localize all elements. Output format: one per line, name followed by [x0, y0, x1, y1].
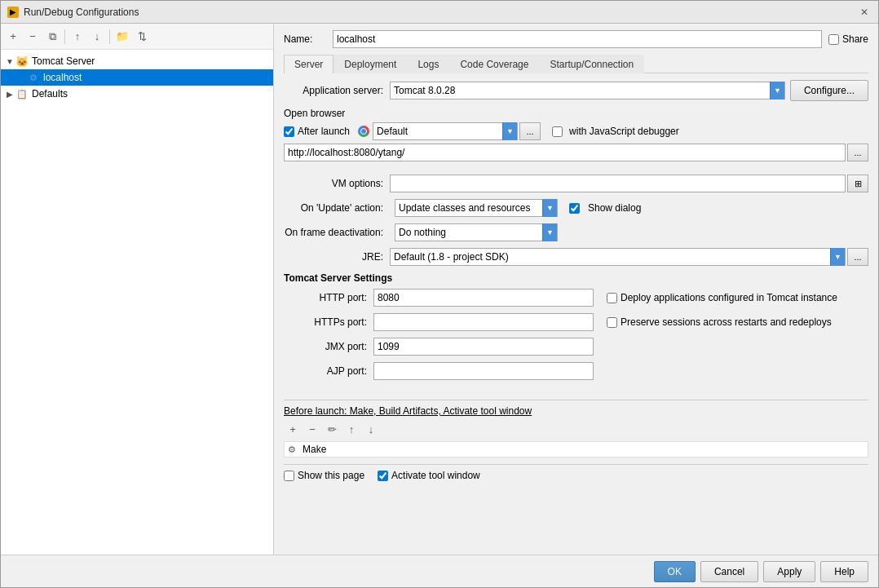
window-title: Run/Debug Configurations	[24, 7, 139, 18]
js-debugger-checkbox[interactable]	[552, 126, 563, 137]
http-port-input[interactable]	[373, 289, 594, 307]
tree-label-localhost: localhost	[43, 72, 82, 83]
browser-row: After launch ▼ ... with JavaScript debug…	[284, 122, 868, 140]
deploy-apps-checkbox[interactable]	[607, 293, 617, 303]
app-server-arrow[interactable]: ▼	[770, 82, 784, 99]
move-up-button[interactable]: ↑	[68, 28, 86, 46]
on-update-arrow[interactable]: ▼	[542, 199, 557, 217]
on-update-input[interactable]	[395, 199, 542, 217]
ajp-port-label: AJP port:	[284, 365, 373, 377]
activate-tool-item: Activate tool window	[378, 470, 480, 481]
ajp-port-row: AJP port:	[284, 362, 868, 380]
close-button[interactable]: ✕	[857, 5, 872, 20]
after-launch-checkbox[interactable]	[284, 126, 294, 137]
tab-server[interactable]: Server	[284, 55, 333, 73]
tree-label-tomcat: Tomcat Server	[32, 55, 95, 67]
browser-input[interactable]	[373, 122, 502, 140]
app-server-dropdown[interactable]: ▼	[390, 82, 785, 99]
tree-item-localhost[interactable]: ⚙ localhost	[1, 69, 273, 86]
jmx-port-label: JMX port:	[284, 341, 373, 352]
jmx-port-input[interactable]	[373, 338, 594, 356]
add-config-button[interactable]: +	[4, 28, 22, 46]
https-port-input[interactable]	[373, 313, 594, 331]
launch-add-btn[interactable]: +	[284, 420, 302, 438]
ok-button[interactable]: OK	[654, 561, 696, 582]
jre-dropdown[interactable]: ▼	[390, 248, 846, 266]
move-down-button[interactable]: ↓	[88, 28, 106, 46]
preserve-sessions-checkbox[interactable]	[607, 317, 617, 328]
name-row: Name: Share	[284, 30, 868, 48]
sort-button[interactable]: ⇅	[133, 28, 151, 46]
right-panel: Name: Share Server Deployment Logs Code …	[274, 24, 878, 555]
on-frame-dropdown[interactable]: ▼	[395, 223, 558, 241]
before-launch-title: Before launch: Make, Build Artifacts, Ac…	[284, 405, 868, 417]
jre-row: JRE: ▼ ...	[284, 248, 868, 266]
browser-dropdown[interactable]: ▼	[373, 122, 518, 140]
vm-options-label: VM options:	[284, 178, 390, 189]
config-icon: ⚙	[27, 71, 40, 84]
tab-code-coverage[interactable]: Code Coverage	[449, 55, 539, 73]
tomcat-settings-section: Tomcat Server Settings HTTP port: Deploy…	[284, 272, 868, 387]
tree-label-defaults: Defaults	[32, 88, 68, 99]
tab-deployment[interactable]: Deployment	[333, 55, 407, 73]
jre-input[interactable]	[391, 248, 830, 266]
on-frame-input[interactable]	[395, 223, 542, 241]
left-panel: + − ⧉ ↑ ↓ 📁 ⇅ ▼ 🐱 Tomcat Server ⚙	[1, 24, 274, 555]
tomcat-icon: 🐱	[15, 55, 29, 68]
launch-remove-btn[interactable]: −	[303, 420, 321, 438]
configure-button[interactable]: Configure...	[790, 80, 868, 101]
show-page-checkbox[interactable]	[284, 471, 294, 481]
show-dialog-checkbox[interactable]	[569, 203, 580, 214]
expand-icon-defaults[interactable]: ▶	[4, 88, 15, 99]
app-server-input[interactable]	[391, 82, 770, 99]
launch-up-btn[interactable]: ↑	[342, 420, 360, 438]
share-checkbox[interactable]	[828, 34, 839, 45]
folder-button[interactable]: 📁	[113, 28, 131, 46]
bottom-row: Show this page Activate tool window	[284, 464, 868, 481]
launch-down-btn[interactable]: ↓	[362, 420, 380, 438]
open-browser-section: Open browser After launch ▼ ... with Jav…	[284, 108, 868, 168]
share-label: Share	[842, 33, 868, 45]
http-port-label: HTTP port:	[284, 292, 373, 303]
jre-arrow[interactable]: ▼	[830, 248, 845, 266]
toolbar-separator-2	[109, 29, 110, 44]
vm-options-browse-btn[interactable]: ⊞	[847, 175, 868, 192]
open-browser-title: Open browser	[284, 108, 868, 119]
jre-browse-btn[interactable]: ...	[847, 248, 868, 266]
defaults-icon: 📋	[15, 87, 29, 100]
url-ellipsis-btn[interactable]: ...	[847, 144, 868, 161]
tab-logs[interactable]: Logs	[407, 55, 449, 73]
activate-tool-label: Activate tool window	[391, 470, 480, 481]
on-frame-arrow[interactable]: ▼	[542, 223, 557, 241]
activate-tool-checkbox[interactable]	[378, 471, 388, 481]
tree-item-tomcat[interactable]: ▼ 🐱 Tomcat Server	[1, 53, 273, 69]
tree-item-defaults[interactable]: ▶ 📋 Defaults	[1, 86, 273, 102]
help-button[interactable]: Help	[820, 561, 868, 582]
jre-label: JRE:	[284, 251, 390, 263]
after-launch-label: After launch	[298, 126, 350, 137]
chrome-icon	[358, 126, 369, 137]
tab-startup-connection[interactable]: Startup/Connection	[539, 55, 644, 73]
jmx-port-row: JMX port:	[284, 338, 868, 356]
tab-bar: Server Deployment Logs Code Coverage Sta…	[284, 55, 868, 73]
https-port-label: HTTPs port:	[284, 316, 373, 328]
apply-button[interactable]: Apply	[763, 561, 815, 582]
bottom-checkboxes: Show this page Activate tool window	[284, 470, 868, 481]
browser-ellipsis-btn[interactable]: ...	[519, 122, 541, 140]
expand-icon[interactable]: ▼	[4, 55, 15, 67]
toolbar-separator-1	[64, 29, 65, 44]
window-icon: ▶	[7, 7, 19, 18]
name-input[interactable]	[333, 30, 822, 48]
on-update-dropdown[interactable]: ▼	[395, 199, 558, 217]
launch-edit-btn[interactable]: ✏	[323, 420, 341, 438]
url-input[interactable]	[284, 144, 846, 161]
cancel-button[interactable]: Cancel	[700, 561, 758, 582]
browser-arrow[interactable]: ▼	[502, 122, 517, 140]
title-bar: ▶ Run/Debug Configurations ✕	[1, 1, 878, 24]
show-page-item: Show this page	[284, 470, 364, 481]
remove-config-button[interactable]: −	[24, 28, 42, 46]
vm-options-row: VM options: ⊞	[284, 175, 868, 192]
ajp-port-input[interactable]	[373, 362, 594, 380]
copy-config-button[interactable]: ⧉	[43, 28, 61, 46]
vm-options-input[interactable]	[390, 175, 846, 192]
